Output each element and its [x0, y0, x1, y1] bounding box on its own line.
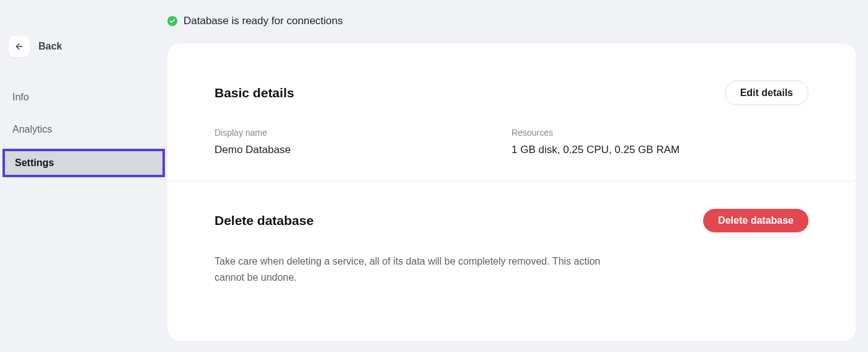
basic-details-title: Basic details: [215, 86, 294, 100]
delete-database-section: Delete database Delete database Take car…: [167, 182, 856, 322]
basic-details-section: Basic details Edit details Display name …: [167, 43, 856, 182]
section-header: Basic details Edit details: [215, 81, 808, 105]
section-header: Delete database Delete database: [215, 209, 808, 232]
main-content: Database is ready for connections Basic …: [167, 0, 868, 352]
button-label: Delete database: [718, 215, 794, 226]
resources-field: Resources 1 GB disk, 0.25 CPU, 0.25 GB R…: [512, 128, 808, 156]
display-name-value: Demo Database: [215, 144, 512, 156]
details-grid: Display name Demo Database Resources 1 G…: [215, 128, 808, 156]
status-text: Database is ready for connections: [184, 15, 343, 27]
sidebar: Back Info Analytics Settings: [0, 0, 167, 352]
status-row: Database is ready for connections: [167, 15, 856, 27]
edit-details-button[interactable]: Edit details: [725, 81, 808, 105]
resources-value: 1 GB disk, 0.25 CPU, 0.25 GB RAM: [512, 144, 808, 156]
back-button[interactable]: [9, 36, 30, 57]
settings-card: Basic details Edit details Display name …: [167, 43, 856, 341]
sidebar-item-label: Analytics: [12, 124, 52, 134]
delete-warning-text: Take care when deleting a service, all o…: [215, 253, 611, 285]
sidebar-item-label: Info: [12, 92, 29, 102]
display-name-field: Display name Demo Database: [215, 128, 512, 156]
back-label: Back: [38, 41, 62, 52]
back-row: Back: [0, 36, 167, 57]
delete-database-title: Delete database: [215, 213, 314, 228]
button-label: Edit details: [740, 87, 793, 99]
sidebar-item-settings[interactable]: Settings: [2, 149, 165, 177]
sidebar-item-info[interactable]: Info: [0, 84, 167, 110]
display-name-label: Display name: [215, 128, 512, 138]
delete-database-button[interactable]: Delete database: [703, 209, 808, 232]
arrow-left-icon: [14, 42, 24, 51]
sidebar-item-label: Settings: [15, 157, 54, 168]
resources-label: Resources: [512, 128, 808, 138]
sidebar-item-analytics[interactable]: Analytics: [0, 117, 167, 143]
check-circle-icon: [167, 16, 177, 26]
